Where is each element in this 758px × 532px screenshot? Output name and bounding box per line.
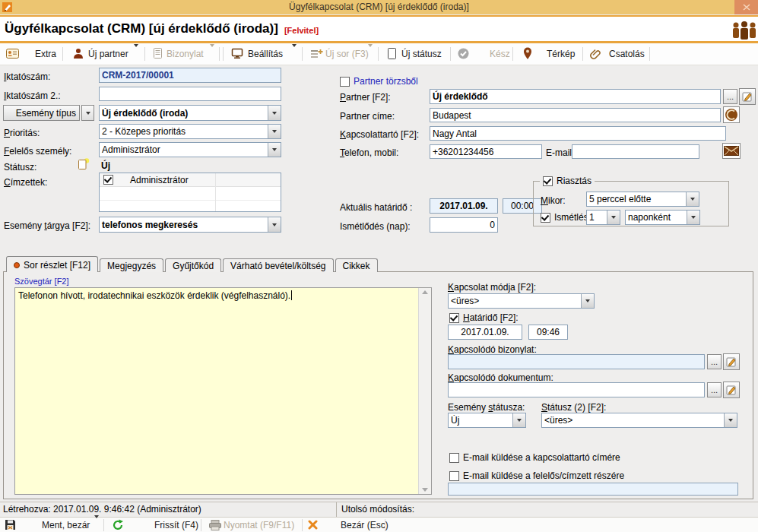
partner-edit-button[interactable]: [739, 88, 756, 105]
scroll-down-icon[interactable]: [422, 488, 428, 492]
cimzett-empty-row: [100, 201, 281, 212]
dokumentum-browse-button[interactable]: ...: [707, 382, 722, 397]
bizonylat-browse-button[interactable]: ...: [707, 354, 722, 369]
bizonylat-field[interactable]: [448, 354, 705, 369]
esemeny-tipus-dropdown-button[interactable]: [81, 105, 94, 121]
kapcsolattarto-label: Kapcsolattartó [F2]:: [340, 129, 419, 140]
hatarido-date-field[interactable]: 2017.01.09.: [448, 325, 522, 340]
kapcsolat-modja-value: <üres>: [449, 296, 581, 306]
dropdown-button[interactable]: [268, 125, 281, 138]
toolbar-uj-sor: Új sor (F3): [325, 49, 369, 59]
partner-torzsbol-checkbox[interactable]: Partner törzsből: [340, 76, 418, 87]
refresh-icon[interactable]: [112, 519, 124, 531]
ment-bezar-button[interactable]: Ment, bezár: [42, 520, 90, 530]
email-field[interactable]: [572, 144, 699, 159]
note-icon[interactable]: [78, 158, 90, 170]
frissit-button[interactable]: Frissít (F4): [154, 520, 198, 530]
toolbar-separator: [302, 47, 303, 61]
hatarido-time-field[interactable]: 09:46: [528, 325, 568, 340]
map-lookup-button[interactable]: [723, 106, 740, 123]
dropdown-button[interactable]: [581, 294, 594, 308]
partner-cime-label: Partner címe:: [340, 111, 395, 122]
email-felelos-checkbox[interactable]: E-mail küldése a felelős/címzett részére: [449, 470, 624, 481]
felelos-select[interactable]: Adminisztrátor: [99, 142, 281, 157]
save-floppy-icon[interactable]: [5, 519, 16, 530]
partner-label: Partner [F2]:: [340, 92, 391, 103]
dokumentum-field[interactable]: [448, 382, 705, 397]
toolbar-separator: [223, 47, 224, 61]
szovegtar-link[interactable]: Szövegtár [F2]: [14, 277, 69, 286]
prioritas-select[interactable]: 2 - Közepes prioritás: [99, 124, 281, 139]
toolbar-separator: [450, 47, 451, 61]
szoveg-textarea[interactable]: Telefonon hívott, irodatechnikai eszközö…: [14, 287, 432, 495]
telefon-field[interactable]: +36201234456: [430, 144, 542, 159]
ismetlodes-label: Ismétlődés (nap):: [340, 221, 411, 232]
iktatoszam-field[interactable]: CRM-2017/00001: [99, 68, 281, 83]
tab-sor-reszlet[interactable]: Sor részlet [F12]: [6, 256, 98, 272]
send-email-button[interactable]: [722, 143, 741, 159]
dropdown-button[interactable]: [512, 413, 525, 427]
dokumentum-edit-button[interactable]: [723, 382, 740, 398]
toolbar-uj-partner[interactable]: Új partner: [88, 49, 128, 59]
chevron-down-icon: [517, 419, 522, 422]
bezar-button[interactable]: Bezár (Esc): [341, 520, 389, 530]
ismetles-checkbox[interactable]: Ismétlés: [541, 212, 588, 223]
printer-icon: [209, 520, 221, 530]
hatarido-checkbox[interactable]: Határidő [F2]:: [449, 312, 519, 323]
tab-varhato-bevetel[interactable]: Várható bevétel/költség: [223, 258, 333, 272]
checkbox-box: [340, 77, 350, 87]
ismetles-count-value: 1: [587, 212, 607, 223]
dropdown-button[interactable]: [687, 211, 699, 224]
ismetlodes-field[interactable]: 0: [430, 217, 498, 233]
dropdown-button[interactable]: [268, 217, 281, 232]
tab-megjegyzes[interactable]: Megjegyzés: [100, 258, 163, 272]
iktatoszam2-field[interactable]: [99, 87, 281, 101]
close-button[interactable]: [734, 0, 758, 14]
kapcsolat-modja-select[interactable]: <üres>: [448, 293, 595, 309]
partner-field[interactable]: Új érdeklődő: [430, 89, 721, 104]
id-card-icon[interactable]: [6, 49, 19, 59]
cimzett-row[interactable]: Adminisztrátor: [100, 173, 281, 187]
aktualis-hatarido-date[interactable]: 2017.01.09.: [430, 198, 498, 214]
dropdown-button[interactable]: [686, 192, 699, 206]
tab-gyujtokod[interactable]: Gyűjtőkód: [165, 258, 221, 272]
cimzettek-listbox[interactable]: Adminisztrátor: [99, 173, 281, 212]
checkbox-box: [541, 213, 550, 223]
esemeny-targya-select[interactable]: telefonos megkeresés: [99, 217, 281, 233]
statusz2-select[interactable]: <üres>: [541, 413, 737, 428]
cimzett-checkbox[interactable]: [103, 175, 113, 185]
partner-browse-button[interactable]: ...: [723, 89, 737, 104]
tab-cikkek[interactable]: Cikkek: [335, 258, 378, 272]
toolbar-beallitas[interactable]: Beállítás: [248, 49, 283, 59]
ismetles-unit-select[interactable]: naponként: [625, 210, 700, 225]
checkbox-box: [449, 453, 459, 463]
dropdown-button[interactable]: [268, 143, 281, 157]
vertical-scrollbar[interactable]: [418, 288, 431, 494]
esemeny-tipus-select[interactable]: Új érdeklődő (iroda): [99, 105, 281, 121]
email-address-field[interactable]: [448, 483, 738, 496]
esemeny-tipus-button[interactable]: Esemény típus: [3, 105, 80, 121]
toolbar-extra[interactable]: Extra: [35, 49, 56, 59]
riasztas-checkbox[interactable]: Riasztás: [540, 176, 595, 186]
esemeny-targya-label: Esemény tárgya [F2]:: [4, 220, 90, 231]
prioritas-label: Prioritás:: [4, 128, 40, 138]
email-kapcsolattarto-checkbox[interactable]: E-mail küldése a kapcsolattartó címére: [449, 452, 620, 463]
toolbar-terkep[interactable]: Térkép: [547, 49, 575, 59]
iktatoszam-value: CRM-2017/00001: [102, 70, 174, 81]
partner-cime-field[interactable]: Budapest: [430, 108, 721, 122]
dropdown-button[interactable]: [607, 211, 620, 224]
aktualis-hatarido-label: Aktuális határidő :: [340, 202, 412, 213]
document-icon: [154, 48, 162, 59]
dropdown-button[interactable]: [724, 413, 737, 427]
dropdown-button[interactable]: [268, 106, 281, 120]
mikor-select[interactable]: 5 perccel előtte: [586, 192, 699, 207]
kapcsolattarto-field[interactable]: Nagy Antal: [430, 126, 726, 141]
toolbar-csatolas[interactable]: Csatolás: [609, 49, 645, 59]
ismetles-count-select[interactable]: 1: [586, 210, 620, 225]
toolbar-uj-statusz[interactable]: Új státusz: [401, 49, 442, 59]
bizonylat-label: Kapcsolódó bizonylat:: [448, 344, 537, 355]
bizonylat-edit-button[interactable]: [723, 353, 740, 370]
close-x-icon[interactable]: [308, 520, 318, 530]
esemeny-statusza-select[interactable]: Új: [448, 413, 526, 428]
scroll-up-icon[interactable]: [422, 290, 428, 294]
